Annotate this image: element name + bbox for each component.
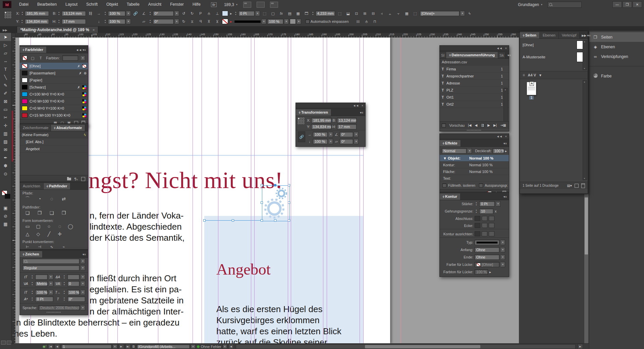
first-page-button[interactable]: |◀ [48,344,53,349]
miter-spinner[interactable] [475,209,478,214]
tab-absatzformate[interactable]: Absatzformate [51,125,85,131]
workspace-switcher[interactable]: Grundlagen [518,2,543,7]
leading-dropdown[interactable] [81,274,85,280]
page-number-field[interactable]: 1 [61,344,112,349]
pencil-tool[interactable]: ✐ [0,89,11,97]
menu-layout[interactable]: Layout [61,0,82,9]
selection-handle[interactable] [232,219,234,222]
stroke-type-field[interactable] [475,240,499,245]
skew-spinner[interactable] [63,296,66,302]
tab-pathfinder[interactable]: Pathfinder [44,183,70,189]
dock-item-farbe[interactable]: Farbe [589,71,644,81]
menu-bearbeiten[interactable]: Bearbeiten [33,0,61,9]
blend-mode-field[interactable]: Normal [442,148,467,154]
column-guide[interactable] [327,38,327,343]
shear-field[interactable]: 0° [153,19,174,24]
height-field[interactable]: 17 mm [62,19,86,24]
create-style-icon[interactable] [81,177,85,181]
last-record-icon[interactable]: ▶| [493,123,497,127]
collapse-icon[interactable]: ◄◄ [353,104,359,107]
next-page-button[interactable]: ▶ [119,344,124,349]
next-record-icon[interactable]: ▶ [487,123,490,127]
vertical-ruler[interactable] [11,38,16,343]
shear-dropdown[interactable] [175,19,179,24]
data-field-row[interactable]: TPLZ1 [440,87,509,94]
apply-color-button[interactable]: ▣ [0,204,11,212]
intersect-shapes-icon[interactable]: ❑ [49,210,55,216]
stroke-flyout[interactable]: ▸ [229,18,233,24]
gap-tint-flyout[interactable]: ▸ [489,270,491,274]
center-content-icon[interactable]: ⊟ [370,10,377,16]
convert-inverse-icon[interactable]: ◌ [57,224,63,229]
opacity-field[interactable]: 100 % [493,148,504,154]
restore-button[interactable]: ❐ [623,1,632,8]
panel-menu-icon[interactable]: ▾≡ [503,195,507,198]
column-guide[interactable] [363,38,364,343]
end-field[interactable]: Ohne [475,254,499,260]
style-item[interactable]: [Einf. Abs.] [20,138,88,146]
close-icon[interactable]: × [505,135,507,138]
width-spinner[interactable] [57,11,61,16]
constrain-proportions-icon[interactable]: 🔗 [298,131,305,142]
join-bevel-icon[interactable] [489,223,494,228]
opacity-flyout[interactable]: ▸ [505,149,507,153]
swatch-row[interactable]: C=100 M=0 Y=0 K=0 [20,91,88,98]
gradient-feather-tool[interactable]: ▨ [0,137,11,146]
column-guide[interactable] [288,38,288,343]
dock-scrollbar[interactable] [584,194,589,344]
column-guide[interactable] [117,38,118,343]
tab-kontur[interactable]: Kontur [440,193,461,200]
selection-handle[interactable] [288,219,290,222]
data-field-row[interactable]: TOrt21 [440,101,509,108]
tracking-dropdown[interactable] [81,281,85,286]
preflight-profile-field[interactable]: [Grundprofil] (Arbeits... [137,344,190,349]
smooth-point-icon[interactable]: ∿ [49,245,55,249]
distribute-3-icon[interactable]: ⊓ [371,18,379,24]
search-input[interactable] [547,2,582,8]
data-field-row[interactable]: TAdresse1 [440,80,509,87]
gap-spinner[interactable] [311,11,315,16]
new-page-icon[interactable] [575,184,579,188]
reverse-path-icon[interactable]: ⇄ [61,196,67,202]
panel-menu-icon[interactable]: ▾≡ [83,253,86,256]
scale-x-spinner[interactable] [104,11,107,16]
panel-menu-icon[interactable]: ▾≡ [503,142,507,145]
autofit-checkbox[interactable] [306,19,310,23]
language-field[interactable]: Deutsch: 2006 Rechtschreibr... [39,305,79,310]
font-family-field[interactable] [22,258,79,264]
effects-icon[interactable]: ▢ [269,10,277,16]
scale-y-field[interactable]: 100 % [108,19,125,24]
page-number-label[interactable]: 1 [529,96,534,100]
weight-spinner[interactable] [475,201,478,207]
arrange-documents-icon[interactable] [270,2,278,8]
swatch-row[interactable]: C=0 M=0 Y=100 K=0 [20,105,88,112]
effects-row[interactable]: Fläche:Normal 100 % [440,168,509,175]
open-path-icon[interactable]: ◔ [37,196,43,202]
collapse-icon[interactable]: ◄◄ [76,48,82,52]
page-grabber-icon[interactable] [1,341,6,345]
page-size-label[interactable]: A4 V [528,73,536,77]
start-field[interactable]: Ohne [475,247,499,252]
stroke-weight-field[interactable]: 0 Pt [238,11,255,16]
stroke-weight-spinner[interactable] [234,11,237,16]
transform-w-field[interactable]: 13,124 mm [337,118,357,123]
tab-fragment-right[interactable]: Sk [498,52,505,58]
dock-item-ebenen[interactable]: ◈Ebenen [589,42,644,52]
effects-row[interactable]: Kontur:Normal 100 % [440,162,509,168]
swatch-row[interactable]: [Schwarz]✗ [20,84,88,91]
fill-flyout[interactable]: ▸ [229,10,233,16]
column-guide[interactable] [218,38,218,343]
add-shapes-icon[interactable]: ❏ [24,210,31,216]
first-record-icon[interactable]: |◀ [468,123,471,127]
y-field[interactable]: 134,834 mm [25,19,49,24]
tab-zeichen[interactable]: Zeichen [20,251,43,257]
horizontal-scrollbar[interactable] [236,344,576,349]
column-guide[interactable] [254,38,255,343]
transform-rotate-field[interactable]: 0° [340,132,353,137]
document-tab[interactable]: *Mailing-Autobranche.indd @ 189 % × [17,26,99,33]
tint-value-dropdown[interactable] [81,55,85,61]
column-guide[interactable] [158,38,158,343]
frame-tool[interactable]: ⊠ [0,97,11,105]
container-button[interactable]: ▢ [30,55,35,61]
preflight-icon[interactable]: ◉! [43,345,47,348]
